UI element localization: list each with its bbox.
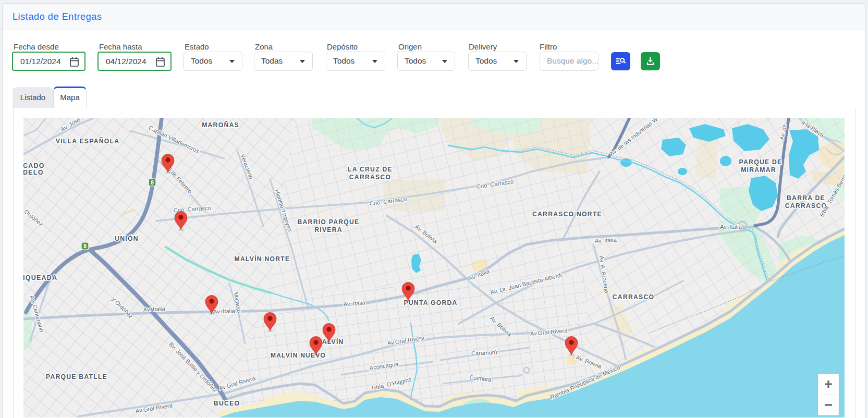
svg-text:Av. Italia: Av. Italia [143, 305, 166, 312]
svg-text:RIVERA: RIVERA [314, 226, 343, 233]
svg-text:VILLA ESPAÑOLA: VILLA ESPAÑOLA [56, 137, 119, 145]
svg-text:PARQUE BATLLE: PARQUE BATLLE [46, 373, 107, 380]
svg-text:UNIÓN: UNIÓN [115, 235, 139, 242]
svg-text:Av. Italia: Av. Italia [720, 224, 742, 230]
svg-text:CARRASCO: CARRASCO [785, 202, 827, 210]
svg-text:Av. Italia: Av. Italia [213, 308, 236, 314]
svg-text:PARQUE DE: PARQUE DE [739, 158, 783, 166]
svg-text:Av. Italia: Av. Italia [595, 237, 617, 244]
svg-text:CARRASCO: CARRASCO [349, 174, 391, 181]
svg-text:8: 8 [151, 180, 154, 186]
svg-text:MIRAMAR: MIRAMAR [741, 166, 776, 174]
svg-text:8: 8 [83, 243, 87, 249]
svg-text:DELO: DELO [23, 169, 44, 176]
svg-text:BARRIO PARQUE: BARRIO PARQUE [298, 218, 360, 226]
svg-text:PUNTA GORDA: PUNTA GORDA [404, 299, 457, 306]
svg-text:BUCEO: BUCEO [214, 400, 240, 407]
svg-text:CADO: CADO [23, 162, 45, 169]
svg-text:CARRASCO: CARRASCO [613, 293, 654, 301]
svg-text:IQUEADA: IQUEADA [23, 274, 57, 281]
svg-text:CARRASCO NORTE: CARRASCO NORTE [532, 211, 602, 218]
svg-text:MALVÍN NORTE: MALVÍN NORTE [235, 255, 290, 263]
svg-text:LA CRUZ DE: LA CRUZ DE [348, 166, 393, 173]
svg-text:MAROÑAS: MAROÑAS [202, 121, 239, 129]
svg-text:BARRA DE: BARRA DE [787, 194, 825, 202]
